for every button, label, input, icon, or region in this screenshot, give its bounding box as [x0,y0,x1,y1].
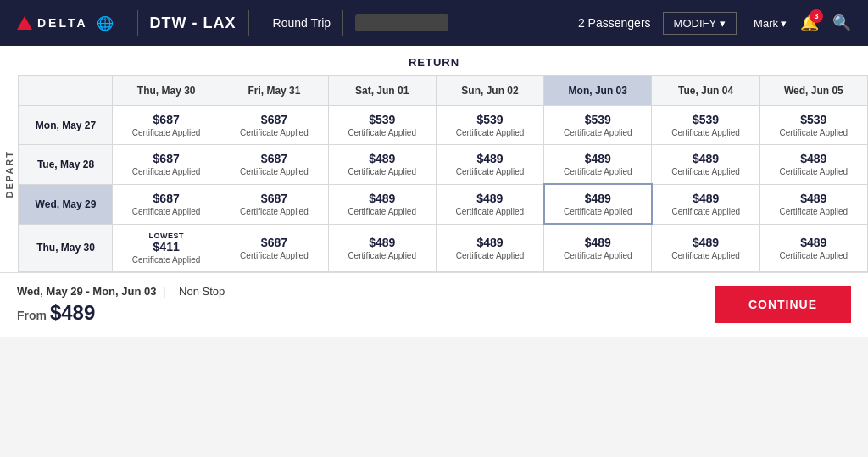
fare-cell[interactable]: $687Certificate Applied [220,224,328,271]
fare-cell[interactable]: $539Certificate Applied [544,106,652,145]
fare-cell[interactable]: $539Certificate Applied [328,106,436,145]
fare-cell[interactable]: $489Certificate Applied [436,224,543,271]
col-sat-jun01: Sat, Jun 01 [328,76,436,106]
fare-cell[interactable]: $687Certificate Applied [113,106,220,145]
passengers-label: 2 Passengers [578,16,651,30]
modify-button[interactable]: MODIFY ▾ [663,12,737,35]
col-fri-may31: Fri, May 31 [220,76,328,106]
fare-cell[interactable]: $489Certificate Applied [760,224,867,271]
fare-cell-lowest[interactable]: LOWEST $411 Certificate Applied [113,224,220,271]
notifications-bell[interactable]: 🔔 3 [800,14,819,32]
table-container: Thu, May 30 Fri, May 31 Sat, Jun 01 Sun,… [19,75,868,272]
modify-label: MODIFY [674,17,717,30]
calendar-section: DEPART Thu, May 30 Fri, May 31 Sat, Jun … [0,75,868,272]
depart-label-container: DEPART [0,75,19,272]
notification-badge: 3 [810,9,823,23]
selected-fare-cell[interactable]: $489Certificate Applied [544,184,652,224]
fare-matrix-table: Thu, May 30 Fri, May 31 Sat, Jun 01 Sun,… [19,75,868,272]
delta-triangle-icon [17,16,32,30]
trip-type-label: Round Trip [273,16,331,30]
non-stop-label: Non Stop [179,285,225,298]
fare-cell[interactable]: $687Certificate Applied [220,184,328,224]
user-menu[interactable]: Mark ▾ [754,17,787,30]
trip-dates: Wed, May 29 - Mon, Jun 03 [17,285,156,298]
col-mon-jun03: Mon, Jun 03 [544,76,652,106]
bottom-bar: Wed, May 29 - Mon, Jun 03 | Non Stop Fro… [0,272,868,337]
fare-cell[interactable]: $687Certificate Applied [113,145,220,185]
fare-cell[interactable]: $489Certificate Applied [436,184,543,224]
user-name: Mark [754,17,778,30]
trip-info: Wed, May 29 - Mon, Jun 03 | Non Stop Fro… [17,285,225,325]
header: DELTA 🌐 DTW - LAX Round Trip 2 Passenger… [0,0,868,46]
trip-summary: Wed, May 29 - Mon, Jun 03 | Non Stop [17,285,225,298]
fare-cell[interactable]: $489Certificate Applied [652,224,760,271]
price-display: From $489 [17,301,225,325]
fare-cell[interactable]: $489Certificate Applied [328,224,436,271]
globe-icon: 🌐 [97,15,114,31]
fare-cell[interactable]: $489Certificate Applied [652,184,760,224]
fare-cell[interactable]: $489Certificate Applied [436,145,543,185]
fare-cell[interactable]: $489Certificate Applied [544,145,652,185]
empty-header-cell [19,76,113,106]
delta-logo: DELTA 🌐 [17,15,114,31]
fare-cell[interactable]: $687Certificate Applied [113,184,220,224]
col-wed-jun05: Wed, Jun 05 [760,76,867,106]
fare-cell[interactable]: $539Certificate Applied [652,106,760,145]
fare-cell[interactable]: $489Certificate Applied [652,145,760,185]
col-thu-may30: Thu, May 30 [113,76,220,106]
table-row: Wed, May 29 $687Certificate Applied $687… [19,184,868,224]
depart-date-wed-may29: Wed, May 29 [19,184,113,224]
main-content: RETURN DEPART Thu, May 30 Fri, May 31 Sa… [0,46,868,337]
search-icon: 🔍 [832,14,851,31]
column-header-row: Thu, May 30 Fri, May 31 Sat, Jun 01 Sun,… [19,76,868,106]
fare-cell[interactable]: $687Certificate Applied [220,145,328,185]
fare-cell[interactable]: $489Certificate Applied [760,184,867,224]
col-sun-jun02: Sun, Jun 02 [436,76,543,106]
depart-date-mon-may27: Mon, May 27 [19,106,113,145]
header-divider-2 [248,10,249,36]
depart-date-thu-may30: Thu, May 30 [19,224,113,271]
fare-cell[interactable]: $489Certificate Applied [328,184,436,224]
user-chevron-icon: ▾ [781,17,787,30]
fare-cell[interactable]: $539Certificate Applied [436,106,543,145]
fare-cell[interactable]: $539Certificate Applied [760,106,867,145]
modify-chevron-icon: ▾ [720,17,726,30]
col-tue-jun04: Tue, Jun 04 [652,76,760,106]
table-row: Tue, May 28 $687Certificate Applied $687… [19,145,868,185]
return-label: RETURN [0,46,868,75]
fare-cell[interactable]: $489Certificate Applied [328,145,436,185]
depart-date-tue-may28: Tue, May 28 [19,145,113,185]
continue-button[interactable]: CONTINUE [715,286,851,323]
fare-cell[interactable]: $489Certificate Applied [760,145,867,185]
fare-cell[interactable]: $687Certificate Applied [220,106,328,145]
blurred-field [355,14,448,31]
delta-wordmark: DELTA [37,16,88,30]
separator: | [163,285,169,298]
route-label: DTW - LAX [150,14,236,32]
depart-label: DEPART [4,150,14,198]
header-divider-3 [342,10,343,36]
search-button[interactable]: 🔍 [832,14,851,32]
fare-cell[interactable]: $489Certificate Applied [544,224,652,271]
header-divider-1 [137,10,138,36]
table-row: Thu, May 30 LOWEST $411 Certificate Appl… [19,224,868,271]
table-row: Mon, May 27 $687Certificate Applied $687… [19,106,868,145]
app-container: DELTA 🌐 DTW - LAX Round Trip 2 Passenger… [0,0,868,337]
